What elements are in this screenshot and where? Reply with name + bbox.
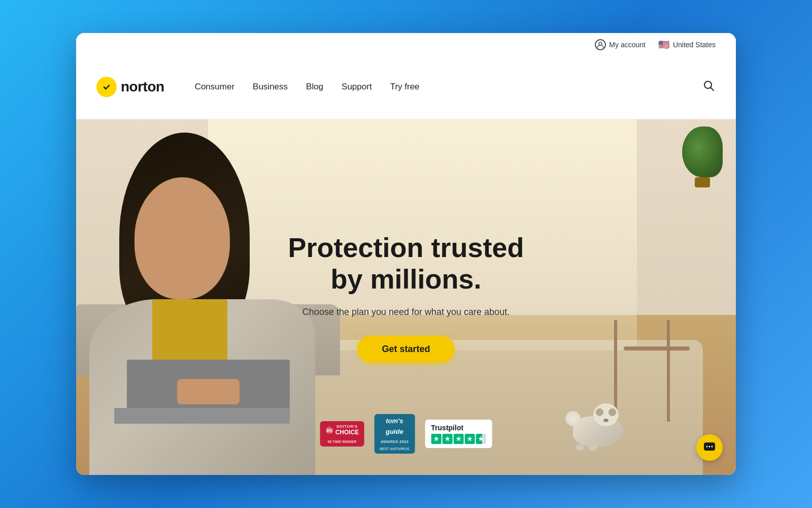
get-started-button[interactable]: Get started [357, 336, 454, 363]
trustpilot-stars: ★ ★ ★ ★ ★ [431, 434, 486, 444]
my-account-label: My account [609, 41, 646, 49]
star-5-half: ★ [476, 434, 486, 444]
toms-guide-title: tom's [386, 417, 403, 425]
browser-window: My account 🇺🇸 United States norton [76, 33, 736, 475]
region-label: United States [673, 41, 716, 49]
svg-point-0 [599, 42, 602, 45]
table [624, 346, 690, 351]
nav-item-consumer[interactable]: Consumer [195, 82, 234, 92]
norton-logo[interactable]: norton [96, 77, 164, 97]
nav-item-try-free[interactable]: Try free [390, 82, 420, 92]
nav-item-support[interactable]: Support [342, 82, 372, 92]
account-icon [595, 39, 606, 50]
svg-point-6 [706, 446, 708, 448]
header-main: norton Consumer Business Blog Support Tr… [96, 54, 716, 119]
star-2: ★ [442, 434, 452, 444]
site-header: My account 🇺🇸 United States norton [76, 33, 736, 119]
us-flag-icon: 🇺🇸 [658, 41, 670, 49]
nav-item-business[interactable]: Business [253, 82, 288, 92]
trustpilot-badge: Trustpilot ★ ★ ★ ★ ★ [425, 420, 492, 448]
pc-editors-choice-badge: PC EDITOR'S CHOICE 56 TIME WINNER [320, 421, 364, 447]
svg-point-7 [709, 446, 710, 448]
hero-content: Protection trusted by millions. Choose t… [208, 232, 604, 363]
hero-subtitle: Choose the plan you need for what you ca… [208, 307, 604, 318]
star-1: ★ [431, 434, 441, 444]
table-leg-left [667, 320, 670, 422]
svg-point-8 [712, 446, 713, 448]
hero-title: Protection trusted by millions. [208, 232, 604, 295]
star-3: ★ [453, 434, 463, 444]
norton-logo-text: norton [121, 79, 164, 95]
norton-logo-icon [96, 77, 117, 97]
my-account-link[interactable]: My account [595, 39, 646, 50]
chat-support-button[interactable] [696, 434, 723, 461]
award-badges: PC EDITOR'S CHOICE 56 TIME WINNER tom's … [320, 414, 492, 454]
header-topbar: My account 🇺🇸 United States [96, 33, 716, 54]
region-selector[interactable]: 🇺🇸 United States [658, 41, 716, 49]
svg-text:PC: PC [327, 428, 333, 433]
hero-section: Protection trusted by millions. Choose t… [76, 119, 736, 475]
dog-figure [573, 416, 624, 447]
toms-guide-badge: tom's guide AWARDS 2022 BEST ANTIVIRUS [374, 414, 415, 454]
search-button[interactable] [702, 79, 716, 94]
nav-item-blog[interactable]: Blog [306, 82, 323, 92]
svg-point-1 [101, 82, 112, 92]
plant [682, 126, 723, 187]
star-4: ★ [464, 434, 475, 444]
main-nav: Consumer Business Blog Support Try free [195, 82, 682, 92]
